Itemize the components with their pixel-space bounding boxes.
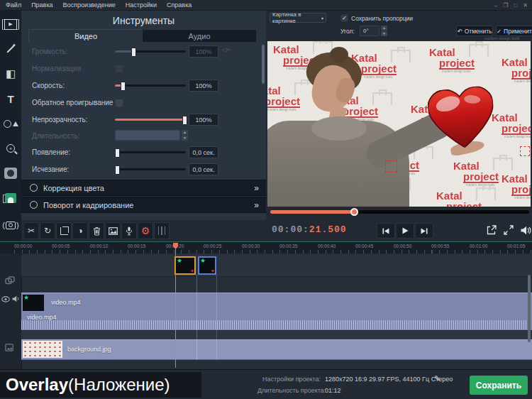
overlay-track[interactable] (21, 255, 532, 277)
video-clip-thumbnail: ★ (23, 295, 44, 311)
next-frame-button[interactable] (415, 223, 433, 239)
project-duration-value: 01:12 (325, 387, 341, 394)
stickers-icon[interactable] (0, 113, 21, 134)
preview-seekbar[interactable] (270, 210, 529, 214)
menu-help[interactable]: Справка (167, 1, 192, 9)
keep-proportions-checkbox[interactable]: ✓ (340, 14, 348, 22)
selection-marker[interactable] (385, 160, 397, 173)
overlay-mode-value: Картинка в картинке (272, 11, 321, 24)
overlay-clip-selected[interactable]: ★♥ (174, 256, 196, 275)
video-clip-label: video.mp4 (51, 299, 81, 306)
ruler-tick-label: 00:00:15 (128, 244, 145, 248)
menu-file[interactable]: Файл (6, 1, 21, 9)
track-visibility-eye-icon[interactable] (1, 296, 10, 302)
duration-spin-buttons[interactable]: ▲▼ (182, 130, 188, 141)
cowl-collar (311, 116, 367, 141)
crop-icon[interactable] (56, 222, 72, 239)
apply-button[interactable]: ✓Применить (496, 26, 532, 36)
tab-video-label: Видео (74, 32, 97, 40)
fadein-value: 0,0 сек. (189, 146, 218, 158)
menu-edit[interactable]: Правка (31, 1, 52, 9)
play-button[interactable] (396, 223, 414, 239)
tab-video[interactable]: Видео (28, 29, 143, 42)
window-close-icon[interactable]: ✕ (523, 2, 528, 9)
ruler-tick-label: 00:00:10 (90, 244, 108, 248)
timeline-scrollbar[interactable] (528, 275, 531, 342)
rotate-crop-icon (30, 201, 38, 209)
prev-frame-button[interactable] (377, 223, 395, 239)
timecode-current: 21.500 (309, 224, 347, 235)
angle-value: 0° (363, 28, 369, 34)
logo-pattern-tile: Katalprojectmodern design tools (267, 85, 318, 112)
playhead-line[interactable] (175, 248, 176, 368)
audio-levels-icon[interactable] (154, 222, 170, 239)
cancel-button[interactable]: ↶Отменить (456, 26, 493, 36)
media-icon[interactable]: ▶ (0, 13, 21, 35)
titles-icon[interactable]: T (0, 88, 21, 109)
timeline-ruler[interactable]: 00:00:00 00:00:05 00:00:10 00:00:15 00:0… (0, 241, 532, 253)
chroma-key-icon[interactable] (0, 187, 21, 209)
filters-wand-icon[interactable]: ✦ (0, 38, 21, 60)
angle-spinbox[interactable]: 0° (360, 26, 379, 36)
overlay-clip[interactable]: ★♥ (198, 256, 216, 275)
angle-spin-buttons[interactable]: ▲▼ (381, 26, 387, 36)
fadeout-slider[interactable] (115, 168, 186, 170)
ruler-tick-label: 00:00:45 (355, 244, 373, 248)
seek-knob[interactable] (350, 208, 358, 216)
audio-track-clip[interactable]: video.mp4 (21, 312, 532, 330)
duration-label: Длительность: (32, 132, 80, 140)
section-color-correction[interactable]: Коррекция цвета » (21, 180, 266, 196)
window-restore-icon[interactable]: ❐ (503, 2, 508, 9)
delete-trash-icon[interactable] (89, 222, 104, 239)
project-duration-label: Длительность проекта: (257, 387, 326, 394)
microphone-icon[interactable] (121, 222, 137, 239)
menu-settings[interactable]: Настройки (126, 1, 157, 9)
reverse-checkbox[interactable] (115, 99, 123, 107)
menu-playback[interactable]: Воспроизведение (63, 1, 116, 9)
image-frame-icon[interactable] (105, 222, 121, 239)
fadein-slider[interactable] (115, 151, 186, 153)
vignette-icon[interactable] (0, 163, 21, 184)
fullscreen-icon[interactable] (500, 223, 517, 237)
snapshot-camera-icon[interactable]: () (0, 214, 21, 236)
track-mute-speaker-icon[interactable] (12, 295, 20, 302)
window-maximize-icon[interactable]: □ (514, 2, 517, 9)
volume-slider[interactable] (115, 50, 186, 53)
statusbar: Overlay (Наложение) Настройки проекта: 1… (0, 369, 532, 399)
keep-proportions-row: ✓ Сохранить пропорции (340, 14, 413, 22)
edit-pencil-icon[interactable]: ✎ (434, 374, 440, 383)
window-controls: – ❐ □ ✕ (494, 0, 528, 11)
volume-speaker-icon[interactable] (517, 223, 532, 237)
speed-label: Скорость: (32, 82, 65, 89)
cut-scissors-icon[interactable]: ✂ (23, 222, 39, 239)
video-track-clip[interactable]: ★ video.mp4 (21, 293, 532, 313)
zoom-pan-icon[interactable]: + (0, 138, 21, 159)
save-button[interactable]: Сохранить (470, 376, 528, 395)
speaker-mute-icon[interactable]: ◁𝄐 (222, 46, 231, 54)
volume-label: Громкость: (32, 48, 67, 55)
duration-spinbox[interactable] (115, 130, 180, 141)
ruler-tick-label: 00:01:00 (470, 244, 487, 248)
tools-scrollbar[interactable] (262, 45, 265, 84)
opacity-slider[interactable] (115, 119, 186, 121)
rotate-icon[interactable]: ↻ (40, 222, 55, 239)
tab-audio[interactable]: Аудио (142, 29, 257, 43)
video-preview-frame[interactable]: Katalprojectmodern design tools Katalpro… (267, 41, 531, 207)
normalize-checkbox[interactable] (115, 65, 123, 73)
overlay-mode-dropdown[interactable]: Картинка в картинке ▾ (270, 13, 326, 23)
logo-pattern-tile: Katalprojectmodern design tools (501, 173, 531, 200)
background-track-icon[interactable] (5, 344, 13, 351)
speed-slider[interactable] (115, 84, 186, 87)
window-minimize-icon[interactable]: – (494, 2, 497, 9)
section-rotate-crop[interactable]: Поворот и кадрирование » (21, 197, 266, 213)
clip-properties-gear-icon[interactable]: ⚙ (138, 222, 153, 239)
selection-marker[interactable] (520, 146, 530, 156)
timeline-tracks: ★♥ ★♥ ★ video.mp4 video.mp4 background.j… (0, 253, 532, 369)
overlay-track-icon[interactable] (5, 276, 15, 285)
share-export-icon[interactable] (483, 223, 500, 237)
transitions-icon[interactable]: ◧ (0, 63, 21, 84)
normalize-label: Нормализация (32, 65, 81, 72)
chevron-down-icon: ▾ (321, 16, 323, 21)
background-track-clip[interactable]: background.jpg (21, 339, 532, 360)
color-adjust-icon[interactable]: ◑ (72, 222, 88, 239)
